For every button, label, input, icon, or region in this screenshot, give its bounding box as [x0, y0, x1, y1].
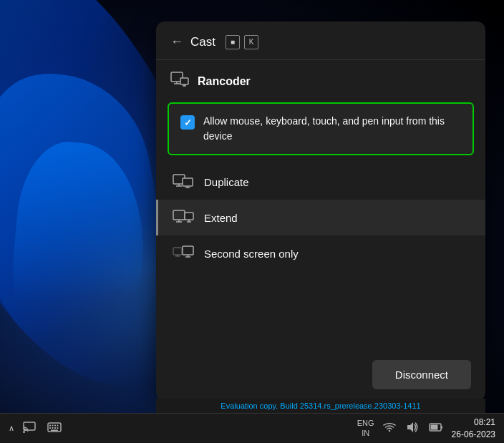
svg-rect-21	[183, 246, 193, 255]
svg-rect-33	[52, 427, 54, 429]
svg-rect-3	[180, 78, 188, 84]
svg-rect-30	[54, 424, 56, 426]
system-tray-chevron[interactable]: ∧	[9, 424, 14, 433]
extend-icon	[173, 210, 194, 225]
volume-icon[interactable]	[403, 422, 422, 436]
svg-rect-35	[57, 427, 59, 429]
header-icons: ■ K	[226, 35, 258, 49]
svg-marker-37	[407, 422, 413, 432]
svg-rect-34	[54, 427, 56, 429]
device-row: Rancoder	[156, 60, 485, 99]
taskbar-right: ENG IN	[357, 417, 495, 441]
svg-point-26	[23, 431, 25, 433]
battery-icon[interactable]	[426, 422, 446, 435]
panel-title: Cast	[190, 35, 215, 49]
language-indicator[interactable]: ENG IN	[357, 419, 374, 437]
panel-header: ← Cast ■ K	[156, 21, 485, 60]
clock-date: 26-06-2023	[452, 429, 495, 441]
second-screen-mode-option[interactable]: Second screen only	[156, 235, 485, 271]
cast-taskbar-icon[interactable]	[20, 422, 39, 436]
svg-rect-12	[173, 210, 185, 220]
device-monitor-icon	[170, 72, 189, 91]
wifi-icon[interactable]	[380, 422, 399, 436]
eval-watermark: Evaluation copy. Build 25314.rs_prerelea…	[156, 399, 485, 413]
svg-rect-36	[51, 429, 58, 431]
extend-label: Extend	[204, 212, 238, 224]
extend-mode-option[interactable]: Extend	[156, 200, 485, 235]
duplicate-icon	[173, 174, 194, 190]
second-screen-icon	[173, 245, 194, 261]
device-name: Rancoder	[198, 75, 251, 88]
duplicate-label: Duplicate	[204, 176, 249, 188]
k-icon: K	[244, 35, 258, 49]
duplicate-mode-option[interactable]: Duplicate	[156, 164, 485, 200]
svg-rect-29	[52, 424, 54, 426]
permission-checkbox[interactable]	[180, 115, 195, 130]
svg-rect-40	[430, 424, 437, 429]
keyboard-taskbar-icon[interactable]	[44, 422, 64, 435]
svg-rect-32	[49, 427, 51, 429]
permission-label: Allow mouse, keyboard, touch, and pen in…	[203, 114, 461, 144]
cast-panel: ← Cast ■ K Rancoder Allow mouse, keyboar…	[156, 21, 485, 401]
svg-rect-28	[49, 424, 51, 426]
disconnect-button[interactable]: Disconnect	[372, 360, 471, 389]
svg-rect-18	[173, 248, 182, 255]
input-permission-option[interactable]: Allow mouse, keyboard, touch, and pen in…	[168, 102, 474, 155]
svg-rect-15	[185, 213, 193, 220]
disconnect-section: Disconnect	[156, 349, 485, 401]
clock-time: 08:21	[474, 417, 495, 429]
system-icons	[380, 422, 446, 436]
back-button[interactable]: ←	[170, 34, 183, 49]
second-screen-label: Second screen only	[204, 248, 299, 260]
svg-rect-39	[441, 426, 442, 429]
windows-icon: ■	[226, 35, 240, 49]
svg-rect-9	[183, 178, 193, 186]
svg-rect-31	[57, 424, 59, 426]
system-clock[interactable]: 08:21 26-06-2023	[452, 417, 495, 441]
taskbar: ∧	[0, 413, 504, 443]
taskbar-left: ∧	[9, 422, 64, 436]
